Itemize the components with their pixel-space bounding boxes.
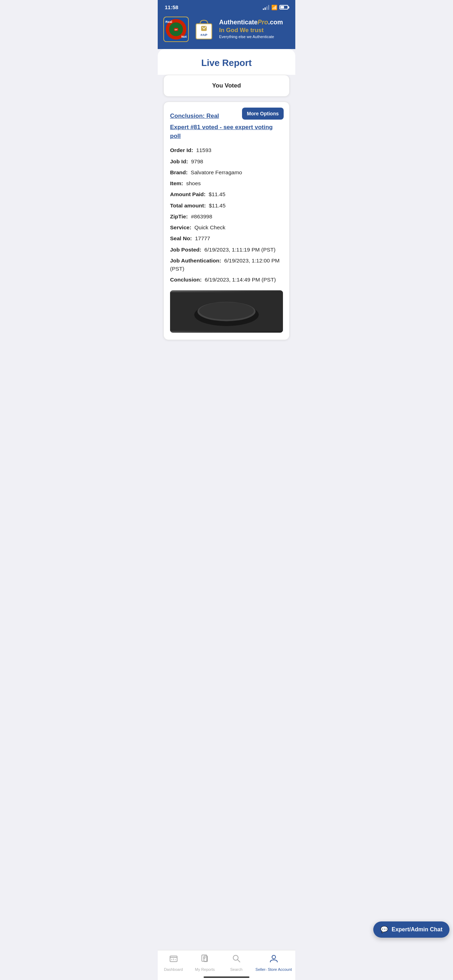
order-id-label: Order Id: bbox=[170, 147, 193, 153]
nav-dashboard[interactable]: Dashboard bbox=[161, 954, 186, 972]
total-amount-value: $11.45 bbox=[209, 202, 226, 208]
brand-name: AuthenticatePro.com bbox=[219, 19, 290, 27]
status-bar: 11:58 📶 bbox=[158, 0, 295, 13]
svg-line-17 bbox=[237, 960, 240, 963]
page-title: Live Report bbox=[163, 57, 290, 68]
service-label: Service: bbox=[170, 224, 191, 231]
main-content: Live Report You Voted More Options Concl… bbox=[158, 49, 295, 380]
brand-row: Brand: Salvatore Ferragamo bbox=[170, 168, 283, 177]
job-auth-label: Job Authentication: bbox=[170, 258, 221, 264]
battery-icon bbox=[280, 5, 288, 10]
nav-search-label: Search bbox=[230, 967, 242, 972]
conclusion-date-row: Conclusion: 6/19/2023, 1:14:49 PM (PST) bbox=[170, 275, 283, 284]
brand-label: Brand: bbox=[170, 169, 188, 175]
signal-icon bbox=[263, 5, 269, 10]
svg-text:#AP: #AP bbox=[200, 33, 207, 37]
expert-voting-link[interactable]: Expert #81 voted - see expert voting pol… bbox=[170, 123, 283, 140]
voted-text: You Voted bbox=[212, 82, 241, 89]
nav-seller-account[interactable]: Seller- Store Account bbox=[256, 954, 292, 972]
report-card: More Options Conclusion: Real Expert #81… bbox=[163, 102, 290, 340]
order-id-row: Order Id: 11593 bbox=[170, 146, 283, 154]
more-options-button[interactable]: More Options bbox=[242, 108, 284, 119]
job-auth-row: Job Authentication: 6/19/2023, 1:12:00 P… bbox=[170, 256, 283, 273]
wifi-icon: 📶 bbox=[271, 5, 277, 10]
service-value: Quick Check bbox=[194, 224, 226, 231]
job-posted-value: 6/19/2023, 1:11:19 PM (PST) bbox=[204, 247, 275, 253]
total-amount-label: Total amount: bbox=[170, 202, 206, 208]
nav-my-reports[interactable]: My Reports bbox=[192, 954, 217, 972]
nav-seller-account-label: Seller- Store Account bbox=[256, 967, 292, 972]
conclusion-date-label: Conclusion: bbox=[170, 277, 202, 283]
job-id-row: Job Id: 9798 bbox=[170, 158, 283, 165]
job-id-label: Job Id: bbox=[170, 158, 188, 164]
item-label: Item: bbox=[170, 180, 183, 186]
my-reports-icon bbox=[200, 954, 210, 966]
dashboard-icon bbox=[169, 954, 178, 966]
item-row: Item: shoes bbox=[170, 179, 283, 187]
brand-text: AuthenticatePro.com In God We trust Ever… bbox=[219, 19, 290, 40]
amount-paid-label: Amount Paid: bbox=[170, 191, 206, 197]
job-posted-label: Job Posted: bbox=[170, 247, 202, 253]
page-title-section: Live Report bbox=[158, 49, 295, 75]
nav-dashboard-label: Dashboard bbox=[164, 967, 183, 972]
home-indicator bbox=[203, 977, 250, 978]
brand-value: Salvatore Ferragamo bbox=[191, 169, 242, 175]
service-row: Service: Quick Check bbox=[170, 223, 283, 231]
seal-row: Seal No: 17777 bbox=[170, 234, 283, 242]
bag-icon: #AP bbox=[194, 18, 214, 41]
ziptie-label: ZipTie: bbox=[170, 213, 188, 220]
amount-paid-row: Amount Paid: $11.45 bbox=[170, 190, 283, 198]
app-header: Real or Not #AP AuthenticatePro.com In G… bbox=[158, 13, 295, 49]
job-posted-row: Job Posted: 6/19/2023, 1:11:19 PM (PST) bbox=[170, 245, 283, 254]
nav-search[interactable]: Search bbox=[224, 954, 249, 972]
status-icons: 📶 bbox=[263, 5, 288, 10]
total-amount-row: Total amount: $11.45 bbox=[170, 201, 283, 210]
amount-paid-value: $11.45 bbox=[208, 191, 225, 197]
brand-sub: Everything else we Authenticate bbox=[219, 34, 290, 40]
item-value: shoes bbox=[186, 180, 201, 186]
order-id-value: 11593 bbox=[196, 147, 211, 153]
search-icon bbox=[232, 954, 241, 966]
brand-logo: Real or Not bbox=[163, 17, 189, 42]
ziptie-row: ZipTie: #863998 bbox=[170, 212, 283, 221]
seller-account-icon bbox=[269, 954, 278, 966]
status-time: 11:58 bbox=[165, 4, 178, 10]
item-photo bbox=[170, 290, 283, 332]
ziptie-value: #863998 bbox=[191, 213, 212, 220]
svg-point-6 bbox=[199, 302, 254, 319]
conclusion-date-value: 6/19/2023, 1:14:49 PM (PST) bbox=[205, 277, 276, 283]
nav-my-reports-label: My Reports bbox=[195, 967, 215, 972]
voted-card: You Voted bbox=[163, 75, 290, 97]
svg-point-18 bbox=[272, 955, 275, 959]
brand-tagline: In God We trust bbox=[219, 27, 290, 34]
bottom-navigation: Dashboard My Reports Search bbox=[158, 950, 295, 980]
job-id-value: 9798 bbox=[191, 158, 203, 164]
seal-label: Seal No: bbox=[170, 235, 192, 241]
seal-value: 17777 bbox=[195, 235, 210, 241]
